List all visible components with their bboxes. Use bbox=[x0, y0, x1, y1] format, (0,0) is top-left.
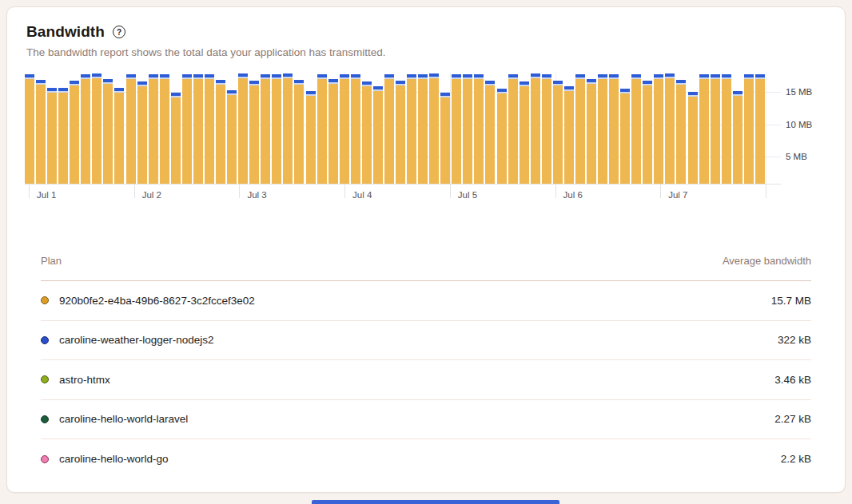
bar-segment-orange bbox=[676, 85, 686, 184]
chart-bar[interactable] bbox=[149, 74, 158, 184]
chart-bar[interactable] bbox=[587, 79, 596, 184]
chart-bar[interactable] bbox=[620, 89, 630, 184]
card-header: Bandwidth ? The bandwidth report shows t… bbox=[7, 23, 845, 58]
chart-bar[interactable] bbox=[272, 74, 281, 184]
chart-bar[interactable] bbox=[137, 81, 147, 184]
bar-segment-orange bbox=[688, 97, 698, 184]
chart-bar[interactable] bbox=[103, 79, 113, 184]
chart-bar[interactable] bbox=[36, 80, 46, 184]
chart-bar[interactable] bbox=[609, 74, 619, 184]
chart-bar[interactable] bbox=[744, 74, 754, 184]
help-icon[interactable]: ? bbox=[113, 26, 125, 38]
chart-bar[interactable] bbox=[92, 73, 102, 184]
chart-bar[interactable] bbox=[463, 74, 472, 184]
chart-bar[interactable] bbox=[531, 73, 540, 184]
chart-bar[interactable] bbox=[654, 74, 663, 184]
chart-bar[interactable] bbox=[452, 74, 461, 184]
chart-bar[interactable] bbox=[58, 88, 68, 184]
bar-segment-orange bbox=[722, 79, 731, 184]
chart-bar[interactable] bbox=[81, 74, 90, 184]
bar-segment-orange bbox=[474, 79, 484, 184]
chart-bar[interactable] bbox=[160, 74, 169, 184]
table-row[interactable]: astro-htmx3.46 kB bbox=[41, 360, 811, 400]
chart-bar[interactable] bbox=[755, 74, 765, 184]
chart-bar[interactable] bbox=[598, 74, 607, 184]
bar-segment-orange bbox=[631, 79, 641, 184]
chart-bar[interactable] bbox=[631, 74, 641, 184]
bar-segment-orange bbox=[25, 79, 34, 184]
x-axis-tick bbox=[29, 184, 30, 198]
chart-bar[interactable] bbox=[126, 74, 136, 184]
chart-bar[interactable] bbox=[665, 73, 675, 184]
bar-segment-orange bbox=[294, 85, 304, 184]
bar-segment-orange bbox=[249, 85, 259, 184]
chart-bar[interactable] bbox=[643, 81, 652, 184]
chart-bar[interactable] bbox=[508, 74, 518, 184]
table-row[interactable]: caroline-hello-world-go2.2 kB bbox=[41, 439, 811, 479]
table-row[interactable]: caroline-hello-world-laravel2.27 kB bbox=[41, 400, 811, 440]
page-title: Bandwidth bbox=[26, 23, 105, 41]
chart-bar[interactable] bbox=[396, 81, 405, 184]
chart-bar[interactable] bbox=[564, 86, 574, 184]
bar-segment-orange bbox=[643, 85, 652, 184]
bar-segment-orange bbox=[306, 96, 316, 184]
chart-bar[interactable] bbox=[70, 81, 79, 184]
bar-segment-orange bbox=[205, 79, 214, 184]
chart-bar[interactable] bbox=[688, 92, 698, 184]
bar-segment-orange bbox=[70, 85, 79, 184]
plan-name: caroline-hello-world-go bbox=[59, 453, 169, 465]
chart-bar[interactable] bbox=[711, 74, 720, 184]
chart-bar[interactable] bbox=[722, 74, 731, 184]
chart-bar[interactable] bbox=[542, 74, 551, 184]
chart-bar[interactable] bbox=[171, 93, 181, 184]
bar-segment-orange bbox=[238, 78, 248, 184]
x-axis-tick bbox=[766, 184, 766, 198]
bar-segment-orange bbox=[575, 79, 585, 184]
chart-bar[interactable] bbox=[317, 74, 327, 184]
chart-bar[interactable] bbox=[227, 90, 237, 184]
bar-segment-orange bbox=[699, 79, 709, 184]
chart-bar[interactable] bbox=[328, 79, 338, 184]
chart-bar[interactable] bbox=[485, 81, 495, 184]
x-axis-tick bbox=[239, 184, 240, 198]
chart-bar[interactable] bbox=[553, 81, 563, 184]
chart-bar[interactable] bbox=[733, 91, 743, 184]
chart-bar[interactable] bbox=[306, 91, 316, 184]
bar-segment-orange bbox=[47, 93, 57, 184]
table-body: 920b0fe2-e4ba-49b6-8627-3c2fccef3e0215.7… bbox=[41, 281, 811, 479]
bar-segment-orange bbox=[103, 84, 113, 184]
bar-segment-orange bbox=[609, 79, 619, 184]
chart-bar[interactable] bbox=[520, 81, 529, 184]
chart-bar[interactable] bbox=[294, 80, 304, 184]
chart-bar[interactable] bbox=[699, 74, 709, 184]
chart-bar[interactable] bbox=[440, 93, 450, 184]
chart-bar[interactable] bbox=[497, 89, 507, 184]
bar-segment-orange bbox=[114, 93, 124, 184]
chart-bar[interactable] bbox=[283, 73, 293, 184]
chart-bar[interactable] bbox=[238, 73, 248, 184]
chart-bar[interactable] bbox=[418, 74, 428, 184]
chart-bar[interactable] bbox=[351, 74, 360, 184]
bar-segment-orange bbox=[587, 84, 596, 184]
chart-bar[interactable] bbox=[114, 88, 124, 184]
chart-bar[interactable] bbox=[25, 74, 34, 184]
chart-bar[interactable] bbox=[575, 74, 585, 184]
chart-bar[interactable] bbox=[205, 74, 214, 184]
chart-bar[interactable] bbox=[373, 86, 383, 184]
chart-bar[interactable] bbox=[216, 80, 225, 184]
table-row[interactable]: caroline-weather-logger-nodejs2322 kB bbox=[41, 321, 811, 361]
plan-name: caroline-hello-world-laravel bbox=[59, 413, 188, 425]
chart-bar[interactable] bbox=[676, 80, 686, 184]
chart-bar[interactable] bbox=[429, 73, 439, 184]
chart-bar[interactable] bbox=[261, 74, 270, 184]
chart-bar[interactable] bbox=[384, 74, 394, 184]
chart-bar[interactable] bbox=[340, 74, 349, 184]
chart-bar[interactable] bbox=[362, 81, 372, 184]
chart-bar[interactable] bbox=[407, 74, 416, 184]
chart-bar[interactable] bbox=[249, 81, 259, 184]
chart-bar[interactable] bbox=[474, 74, 484, 184]
table-row[interactable]: 920b0fe2-e4ba-49b6-8627-3c2fccef3e0215.7… bbox=[41, 281, 811, 321]
chart-bar[interactable] bbox=[47, 88, 57, 184]
chart-bar[interactable] bbox=[193, 74, 203, 184]
chart-bar[interactable] bbox=[182, 74, 192, 184]
